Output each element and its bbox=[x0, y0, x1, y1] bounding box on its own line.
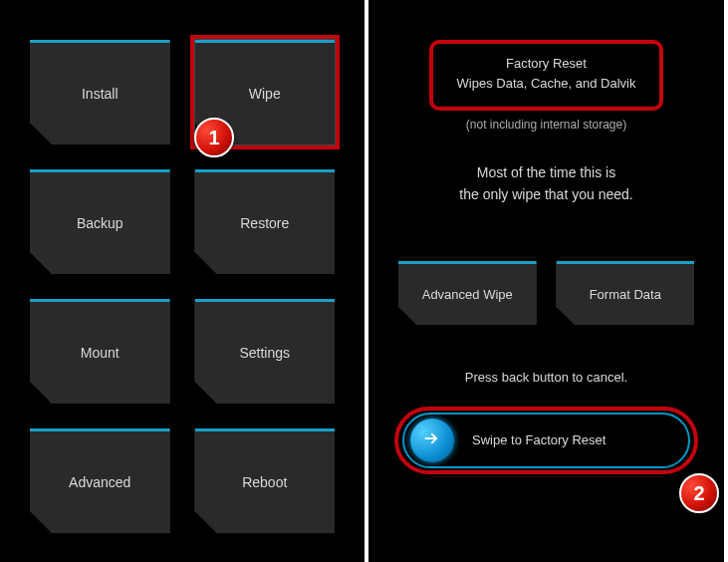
tile-label: Settings bbox=[239, 345, 290, 361]
format-data-button[interactable]: Format Data bbox=[557, 261, 695, 325]
swipe-to-factory-reset-slider[interactable]: Swipe to Factory Reset bbox=[402, 413, 690, 468]
tile-label: Mount bbox=[81, 345, 120, 361]
slider-knob[interactable] bbox=[410, 419, 454, 462]
tile-label: Restore bbox=[240, 215, 289, 231]
swipe-slider-wrap: Swipe to Factory Reset bbox=[402, 413, 690, 468]
advanced-tile[interactable]: Advanced bbox=[30, 428, 170, 533]
header-subtitle: Wipes Data, Cache, and Dalvik bbox=[443, 74, 649, 94]
info-line-1: Most of the time this is bbox=[398, 161, 694, 183]
backup-tile[interactable]: Backup bbox=[30, 169, 170, 274]
button-label: Format Data bbox=[590, 287, 661, 302]
mount-tile[interactable]: Mount bbox=[30, 299, 170, 404]
annotation-badge-1: 1 bbox=[194, 118, 234, 157]
wipe-info: Most of the time this is the only wipe t… bbox=[398, 161, 694, 206]
arrow-right-icon bbox=[421, 427, 443, 453]
tile-label: Install bbox=[82, 86, 119, 102]
factory-reset-header: Factory Reset Wipes Data, Cache, and Dal… bbox=[429, 40, 663, 111]
tile-label: Wipe bbox=[249, 86, 281, 102]
wipe-panel: Factory Reset Wipes Data, Cache, and Dal… bbox=[368, 0, 724, 562]
button-label: Advanced Wipe bbox=[422, 287, 513, 302]
restore-tile[interactable]: Restore bbox=[195, 169, 336, 274]
tile-label: Advanced bbox=[69, 474, 130, 490]
main-menu-grid: Install Wipe Backup Restore Mount Settin… bbox=[30, 40, 335, 533]
settings-tile[interactable]: Settings bbox=[195, 299, 336, 404]
header-note: (not including internal storage) bbox=[398, 118, 694, 132]
main-menu-panel: Install Wipe Backup Restore Mount Settin… bbox=[0, 0, 368, 562]
advanced-wipe-button[interactable]: Advanced Wipe bbox=[398, 261, 537, 325]
back-note: Press back button to cancel. bbox=[398, 370, 694, 385]
annotation-badge-2: 2 bbox=[679, 473, 719, 513]
tile-label: Backup bbox=[77, 215, 123, 231]
info-line-2: the only wipe that you need. bbox=[398, 183, 694, 205]
install-tile[interactable]: Install bbox=[30, 40, 170, 144]
tile-label: Reboot bbox=[242, 474, 287, 490]
reboot-tile[interactable]: Reboot bbox=[195, 428, 336, 533]
header-title: Factory Reset bbox=[443, 54, 649, 74]
slider-label: Swipe to Factory Reset bbox=[472, 432, 606, 447]
wipe-options-grid: Advanced Wipe Format Data bbox=[398, 261, 694, 325]
